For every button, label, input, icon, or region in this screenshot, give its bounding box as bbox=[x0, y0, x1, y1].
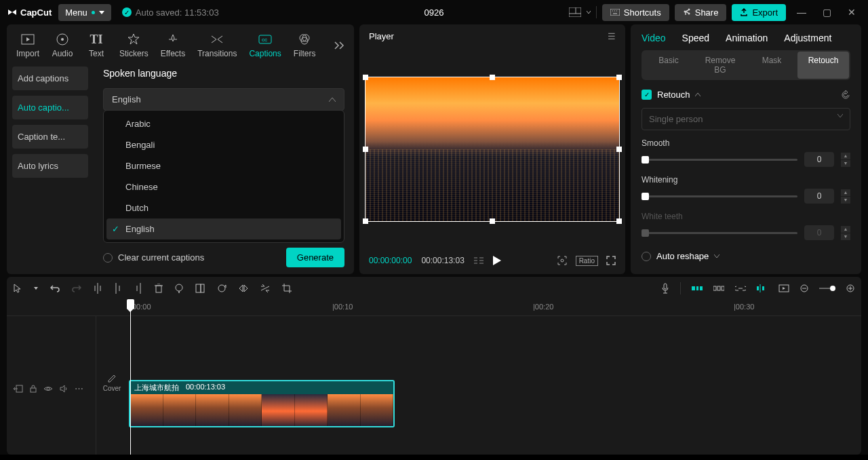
subtab-removebg[interactable]: Remove BG bbox=[694, 52, 746, 79]
delete-tool[interactable] bbox=[155, 284, 163, 293]
mic-tool[interactable] bbox=[661, 283, 669, 294]
language-option-arabic[interactable]: Arabic bbox=[106, 113, 341, 134]
minimize-button[interactable]: — bbox=[791, 4, 812, 20]
freeze-tool[interactable] bbox=[195, 284, 205, 293]
list-icon[interactable] bbox=[474, 256, 484, 265]
language-option-dutch[interactable]: Dutch bbox=[106, 197, 341, 218]
whitening-value[interactable]: 0 bbox=[804, 189, 834, 204]
whitening-slider[interactable] bbox=[642, 195, 797, 197]
layout-icon[interactable] bbox=[569, 7, 581, 17]
language-select[interactable]: English bbox=[103, 88, 344, 111]
whitening-step-up[interactable]: ▲ bbox=[841, 189, 850, 196]
timeline-body[interactable]: 00:00 |00:10 |00:20 |00:30 ⋯ Cover 上海城市航… bbox=[7, 300, 861, 455]
language-option-burmese[interactable]: Burmese bbox=[106, 155, 341, 176]
sidebar-item-auto-lyrics[interactable]: Auto lyrics bbox=[12, 154, 88, 178]
smooth-slider[interactable] bbox=[642, 159, 797, 161]
lock-icon[interactable] bbox=[30, 385, 37, 393]
close-button[interactable]: ✕ bbox=[842, 4, 861, 20]
play-button[interactable] bbox=[493, 256, 501, 265]
maximize-button[interactable]: ▢ bbox=[817, 4, 837, 20]
tab-adjustment[interactable]: Adjustment bbox=[784, 33, 831, 43]
subtab-basic[interactable]: Basic bbox=[643, 52, 694, 79]
smooth-value[interactable]: 0 bbox=[804, 152, 834, 167]
trim-left-tool[interactable] bbox=[114, 283, 122, 294]
white-teeth-slider-group: White teeth 0 ▲▼ bbox=[642, 212, 850, 240]
chevron-down-icon bbox=[99, 11, 104, 14]
sidebar-item-add-captions[interactable]: Add captions bbox=[12, 66, 88, 90]
media-tabs: Import Audio TIText Stickers Effects Tra… bbox=[7, 24, 354, 61]
tab-transitions[interactable]: Transitions bbox=[192, 30, 242, 61]
sidebar-item-auto-captions[interactable]: Auto captio... bbox=[12, 96, 88, 119]
tab-captions[interactable]: ccCaptions bbox=[243, 30, 286, 61]
undo-button[interactable] bbox=[50, 284, 60, 292]
video-clip[interactable]: 上海城市航拍 00:00:13:03 bbox=[129, 380, 395, 427]
svg-rect-39 bbox=[664, 284, 667, 289]
timeline-ruler[interactable]: 00:00 |00:10 |00:20 |00:30 bbox=[7, 300, 861, 316]
zoom-out-button[interactable] bbox=[800, 284, 808, 292]
player-menu-icon[interactable]: ☰ bbox=[608, 31, 616, 41]
link-tool[interactable] bbox=[735, 285, 746, 292]
tab-text[interactable]: TIText bbox=[80, 30, 113, 61]
reset-icon[interactable] bbox=[841, 90, 850, 100]
focus-icon[interactable] bbox=[557, 255, 568, 266]
auto-reshape-toggle[interactable]: Auto reshape bbox=[642, 251, 850, 261]
fullscreen-icon[interactable] bbox=[606, 256, 616, 265]
share-icon bbox=[683, 8, 691, 16]
trim-right-tool[interactable] bbox=[134, 283, 142, 294]
person-mode-select[interactable]: Single person bbox=[642, 108, 850, 130]
export-button[interactable]: Export bbox=[732, 4, 786, 21]
playhead[interactable] bbox=[130, 300, 131, 455]
language-option-english[interactable]: ✓English bbox=[106, 218, 341, 239]
redo-button[interactable] bbox=[72, 284, 81, 292]
menu-button[interactable]: Menu bbox=[58, 4, 111, 21]
tab-animation[interactable]: Animation bbox=[726, 33, 768, 43]
white-teeth-label: White teeth bbox=[642, 212, 850, 221]
magnet-main-tool[interactable] bbox=[692, 284, 703, 292]
track-more-icon[interactable]: ⋯ bbox=[75, 383, 83, 394]
smooth-step-up[interactable]: ▲ bbox=[841, 153, 850, 159]
cursor-tool[interactable] bbox=[14, 284, 22, 293]
player-viewport[interactable] bbox=[359, 48, 625, 250]
tab-import[interactable]: Import bbox=[11, 30, 45, 61]
mirror-tool[interactable] bbox=[239, 284, 248, 292]
video-frame[interactable] bbox=[365, 77, 620, 222]
share-button[interactable]: Share bbox=[675, 4, 727, 21]
retouch-toggle[interactable]: ✓ Retouch bbox=[642, 90, 701, 100]
rotate-tool[interactable] bbox=[217, 284, 226, 293]
track-exit-icon[interactable] bbox=[14, 385, 23, 393]
smooth-step-down[interactable]: ▼ bbox=[841, 160, 850, 167]
cursor-dropdown[interactable] bbox=[34, 287, 38, 290]
player-title: Player bbox=[369, 31, 394, 41]
tab-speed[interactable]: Speed bbox=[682, 33, 709, 43]
clear-captions-checkbox[interactable]: Clear current captions bbox=[103, 252, 204, 263]
tab-filters[interactable]: Filters bbox=[288, 30, 321, 61]
speaker-icon[interactable] bbox=[60, 385, 68, 393]
crop-tool[interactable] bbox=[282, 284, 292, 293]
subtab-retouch[interactable]: Retouch bbox=[797, 52, 849, 79]
eye-icon[interactable] bbox=[43, 385, 53, 392]
expand-tabs-icon[interactable] bbox=[328, 36, 350, 55]
whitening-step-down[interactable]: ▼ bbox=[841, 197, 850, 204]
ratio-button[interactable]: Ratio bbox=[576, 256, 598, 266]
tab-video[interactable]: Video bbox=[642, 33, 666, 43]
tab-audio[interactable]: Audio bbox=[46, 30, 79, 61]
shortcuts-button[interactable]: Shortcuts bbox=[602, 4, 669, 21]
sidebar-item-caption-template[interactable]: Caption te... bbox=[12, 125, 88, 149]
tab-effects[interactable]: Effects bbox=[155, 30, 191, 61]
chevron-down-icon[interactable] bbox=[587, 11, 591, 14]
language-option-bengali[interactable]: Bengali bbox=[106, 134, 341, 155]
subtab-mask[interactable]: Mask bbox=[746, 52, 797, 79]
tab-stickers[interactable]: Stickers bbox=[114, 30, 154, 61]
marker-tool[interactable] bbox=[175, 284, 183, 293]
cover-button[interactable]: Cover bbox=[100, 374, 123, 392]
language-option-chinese[interactable]: Chinese bbox=[106, 176, 341, 197]
reverse-tool[interactable] bbox=[260, 284, 270, 292]
zoom-slider[interactable] bbox=[819, 288, 835, 289]
magnet-all-tool[interactable] bbox=[713, 284, 724, 292]
generate-button[interactable]: Generate bbox=[286, 248, 344, 267]
preview-tool[interactable] bbox=[757, 284, 768, 292]
preview-axis-tool[interactable] bbox=[778, 284, 789, 292]
zoom-in-button[interactable] bbox=[846, 284, 854, 292]
split-tool[interactable] bbox=[94, 283, 102, 294]
inspector-panel: Video Speed Animation Adjustment Basic R… bbox=[631, 24, 861, 274]
